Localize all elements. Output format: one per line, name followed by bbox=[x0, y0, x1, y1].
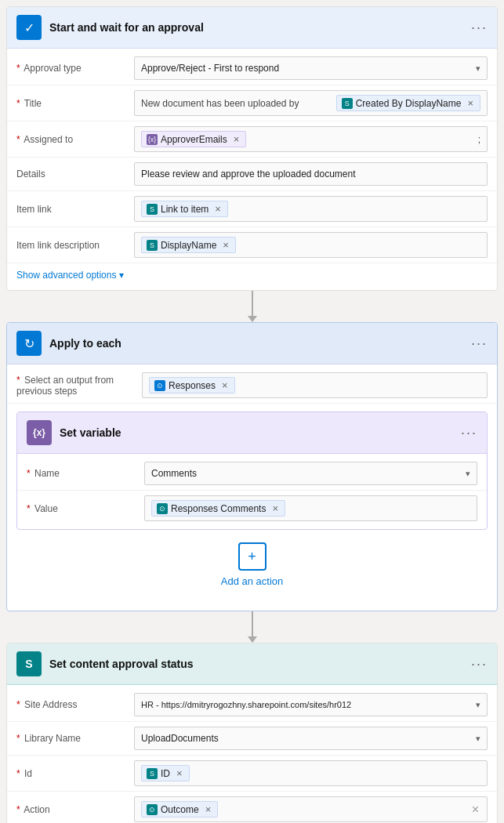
assigned-to-input[interactable]: {x} ApproverEmails × ; bbox=[134, 126, 488, 152]
approval-type-row: * Approval type Approve/Reject - First t… bbox=[7, 52, 497, 85]
approval-card-header: ✓ Start and wait for an approval ··· bbox=[7, 7, 497, 49]
title-tag: S Created By DisplayName × bbox=[336, 95, 480, 111]
apply-card-more[interactable]: ··· bbox=[471, 335, 488, 352]
library-name-arrow: ▾ bbox=[476, 734, 480, 744]
action-label: * Action bbox=[16, 804, 134, 815]
responses-comments-tag-close[interactable]: × bbox=[270, 502, 280, 514]
set-approval-title: Set content approval status bbox=[49, 658, 471, 670]
title-tag-close[interactable]: × bbox=[466, 97, 475, 109]
set-variable-title: Set variable bbox=[60, 426, 461, 439]
library-name-dropdown[interactable]: UploadDocuments ▾ bbox=[134, 727, 488, 750]
variable-name-row: * Name Comments ▾ bbox=[17, 457, 487, 491]
site-address-dropdown[interactable]: HR - https://dmitryrogozhny.sharepoint.c… bbox=[134, 693, 488, 716]
variable-value-row: * Value ⊙ Responses Comments × bbox=[17, 491, 487, 526]
details-label: Details bbox=[16, 169, 134, 179]
item-link-desc-tag-icon: S bbox=[147, 240, 158, 251]
set-variable-icon: {x} bbox=[27, 420, 52, 445]
library-name-value: UploadDocuments ▾ bbox=[134, 727, 488, 750]
item-link-value: S Link to item × bbox=[134, 196, 488, 222]
page-container: ✓ Start and wait for an approval ··· * A… bbox=[0, 0, 504, 823]
select-output-label: * Select an output from previous steps bbox=[16, 375, 142, 397]
site-address-row: * Site Address HR - https://dmitryrogozh… bbox=[7, 688, 497, 722]
item-link-desc-row: Item link description S DisplayName × bbox=[7, 227, 497, 263]
assigned-to-tag-close[interactable]: × bbox=[232, 133, 241, 145]
id-input[interactable]: S ID × bbox=[134, 760, 488, 786]
set-variable-body: * Name Comments ▾ bbox=[17, 454, 487, 529]
approval-card: ✓ Start and wait for an approval ··· * A… bbox=[6, 6, 498, 291]
add-action-label: Add an action bbox=[221, 575, 284, 587]
assigned-to-label: * Assigned to bbox=[16, 134, 134, 145]
arrow-connector-2 bbox=[6, 611, 498, 643]
site-address-label: * Site Address bbox=[16, 699, 134, 710]
id-tag: S ID × bbox=[141, 765, 190, 781]
add-action-button[interactable]: + Add an action bbox=[16, 530, 488, 600]
approval-card-more[interactable]: ··· bbox=[471, 20, 488, 36]
site-address-value: HR - https://dmitryrogozhny.sharepoint.c… bbox=[134, 693, 488, 716]
item-link-desc-input[interactable]: S DisplayName × bbox=[134, 232, 488, 258]
set-approval-status-card: S Set content approval status ··· * Site… bbox=[6, 643, 498, 823]
title-row: * Title New document has been uploaded b… bbox=[7, 85, 497, 121]
show-advanced-options[interactable]: Show advanced options ▾ bbox=[7, 263, 497, 287]
approval-card-body: * Approval type Approve/Reject - First t… bbox=[7, 49, 497, 290]
responses-comments-icon: ⊙ bbox=[157, 503, 168, 514]
action-value: ⊙ Outcome × × bbox=[134, 796, 488, 822]
variable-name-label: * Name bbox=[27, 468, 144, 479]
select-output-value: ⊙ Responses × bbox=[142, 372, 488, 398]
set-approval-header: S Set content approval status ··· bbox=[7, 644, 497, 685]
item-link-tag: S Link to item × bbox=[141, 201, 228, 217]
select-output-row: * Select an output from previous steps ⊙… bbox=[7, 368, 497, 404]
responses-tag-icon: ⊙ bbox=[154, 380, 165, 391]
details-row: Details Please review and approve the up… bbox=[7, 158, 497, 191]
action-clear[interactable]: × bbox=[470, 803, 480, 817]
outcome-tag-close[interactable]: × bbox=[204, 803, 213, 815]
approval-type-label: * Approval type bbox=[16, 63, 134, 74]
item-link-tag-close[interactable]: × bbox=[213, 203, 223, 215]
inner-card-container: {x} Set variable ··· * Name bbox=[7, 404, 497, 607]
set-variable-card: {x} Set variable ··· * Name bbox=[16, 412, 488, 530]
arrow-line-2 bbox=[248, 611, 257, 643]
assigned-to-tag-icon: {x} bbox=[147, 134, 158, 145]
library-name-row: * Library Name UploadDocuments ▾ bbox=[7, 722, 497, 756]
details-input[interactable]: Please review and approve the uploaded d… bbox=[134, 162, 488, 186]
action-row: * Action ⊙ Outcome × × bbox=[7, 792, 497, 823]
set-approval-more[interactable]: ··· bbox=[471, 656, 488, 673]
item-link-label: Item link bbox=[16, 204, 134, 215]
approval-type-value: Approve/Reject - First to respond ▾ bbox=[134, 56, 488, 80]
select-output-input[interactable]: ⊙ Responses × bbox=[142, 372, 488, 398]
apply-to-each-card: ↻ Apply to each ··· * Select an output f… bbox=[6, 322, 498, 611]
id-row: * Id S ID × bbox=[7, 756, 497, 792]
item-link-tag-icon: S bbox=[147, 204, 158, 215]
responses-tag-close[interactable]: × bbox=[220, 379, 230, 391]
arrow-connector-1 bbox=[6, 291, 498, 322]
id-label: * Id bbox=[16, 768, 134, 779]
item-link-desc-value: S DisplayName × bbox=[134, 232, 488, 258]
outcome-tag-icon: ⊙ bbox=[147, 804, 158, 815]
item-link-desc-tag: S DisplayName × bbox=[141, 237, 236, 253]
assigned-to-value: {x} ApproverEmails × ; bbox=[134, 126, 488, 152]
id-tag-icon: S bbox=[147, 768, 158, 779]
item-link-input[interactable]: S Link to item × bbox=[134, 196, 488, 222]
id-tag-close[interactable]: × bbox=[175, 767, 184, 779]
title-value: New document has been uploaded by S Crea… bbox=[134, 90, 488, 116]
approval-icon: ✓ bbox=[16, 15, 42, 40]
apply-card-title: Apply to each bbox=[49, 337, 471, 350]
title-label: * Title bbox=[16, 98, 134, 109]
assigned-to-tag: {x} ApproverEmails × bbox=[141, 131, 246, 147]
approval-card-title: Start and wait for an approval bbox=[49, 21, 471, 34]
item-link-desc-tag-close[interactable]: × bbox=[221, 239, 230, 251]
title-input[interactable]: New document has been uploaded by S Crea… bbox=[134, 90, 488, 116]
show-advanced-arrow: ▾ bbox=[119, 270, 124, 281]
details-value: Please review and approve the uploaded d… bbox=[134, 162, 488, 186]
set-approval-icon: S bbox=[16, 651, 42, 676]
title-tag-sp-icon: S bbox=[342, 98, 353, 109]
action-input[interactable]: ⊙ Outcome × × bbox=[134, 796, 488, 822]
variable-name-arrow: ▾ bbox=[466, 469, 470, 479]
approval-type-dropdown[interactable]: Approve/Reject - First to respond ▾ bbox=[134, 56, 488, 80]
id-value: S ID × bbox=[134, 760, 488, 786]
variable-name-value: Comments ▾ bbox=[144, 462, 477, 485]
assigned-to-row: * Assigned to {x} ApproverEmails × ; bbox=[7, 121, 497, 158]
item-link-desc-label: Item link description bbox=[16, 240, 134, 251]
variable-value-input[interactable]: ⊙ Responses Comments × bbox=[144, 495, 477, 521]
variable-name-dropdown[interactable]: Comments ▾ bbox=[144, 462, 477, 485]
set-variable-more[interactable]: ··· bbox=[461, 425, 477, 441]
